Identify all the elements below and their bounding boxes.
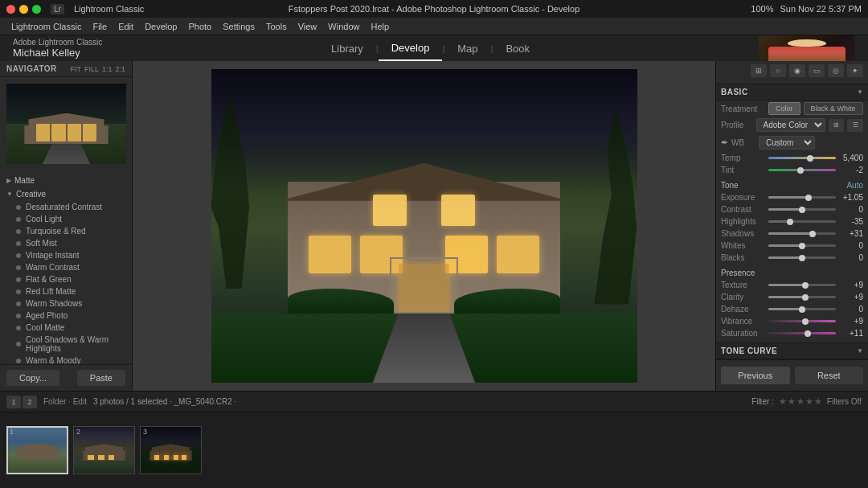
shadows-thumb[interactable] xyxy=(809,231,816,237)
nav-1to1[interactable]: 1:1 xyxy=(102,65,113,73)
saturation-slider[interactable] xyxy=(768,332,836,334)
film-item-2[interactable]: 2 xyxy=(73,426,135,474)
heal-icon[interactable]: ○ xyxy=(770,64,786,77)
preset-aged-photo[interactable]: Aged Photo xyxy=(0,310,132,322)
close-button[interactable] xyxy=(6,5,15,14)
menu-file[interactable]: File xyxy=(88,20,112,33)
nav-book[interactable]: Book xyxy=(493,35,542,61)
preset-warm-moody[interactable]: Warm & Moody xyxy=(0,355,132,364)
star-1[interactable]: ★ xyxy=(779,396,787,407)
filmstrip-nav-2[interactable]: 2 xyxy=(23,396,37,408)
preset-cool-shadows-warm-highlights[interactable]: Cool Shadows & Warm Highlights xyxy=(0,334,132,355)
menu-window[interactable]: Window xyxy=(323,20,364,33)
star-4[interactable]: ★ xyxy=(805,396,813,407)
preset-cool-light[interactable]: Cool Light xyxy=(0,213,132,225)
highlights-thumb[interactable] xyxy=(787,219,793,225)
contrast-slider[interactable] xyxy=(768,208,836,211)
temp-slider[interactable] xyxy=(768,157,836,159)
basic-section-toggle[interactable]: ▼ xyxy=(857,88,863,96)
copy-button[interactable]: Copy... xyxy=(6,370,59,386)
contrast-thumb[interactable] xyxy=(799,207,805,213)
crop-icon[interactable]: ⊞ xyxy=(751,64,767,77)
texture-label: Texture xyxy=(721,281,765,289)
highlights-slider[interactable] xyxy=(768,220,836,223)
clarity-thumb[interactable] xyxy=(802,294,809,301)
filter-area: Filter : ★ ★ ★ ★ ★ Filters Off xyxy=(751,396,862,407)
brush-icon[interactable]: ✦ xyxy=(847,64,863,77)
tint-thumb[interactable] xyxy=(797,167,804,174)
tone-auto-button[interactable]: Auto xyxy=(846,181,863,190)
treatment-color-button[interactable]: Color xyxy=(768,102,800,115)
tone-curve-toggle[interactable]: ▼ xyxy=(857,347,863,355)
dehaze-slider[interactable] xyxy=(768,308,836,310)
preset-warm-shadows[interactable]: Warm Shadows xyxy=(0,297,132,310)
navigator-controls: FIT FILL 1:1 2:1 xyxy=(70,65,125,73)
menu-develop[interactable]: Develop xyxy=(140,20,182,33)
nav-fill[interactable]: FILL xyxy=(84,65,99,73)
group-matte-label: Matte xyxy=(14,176,35,185)
nav-fit[interactable]: FIT xyxy=(70,65,81,73)
preset-flat-green[interactable]: Flat & Green xyxy=(0,273,132,285)
preset-warm-contrast[interactable]: Warm Contrast xyxy=(0,261,132,273)
preset-group-creative[interactable]: ▼ Creative Desaturated Contrast Cool Lig… xyxy=(0,187,132,364)
film-item-1[interactable]: 1 xyxy=(6,426,68,474)
star-3[interactable]: ★ xyxy=(796,396,805,407)
preset-turquoise-red[interactable]: Turquoise & Red xyxy=(0,225,132,237)
preset-desaturated-contrast[interactable]: Desaturated Contrast xyxy=(0,201,132,213)
highlights-value: -35 xyxy=(839,217,863,226)
nav-2to1[interactable]: 2:1 xyxy=(115,65,125,73)
menu-tools[interactable]: Tools xyxy=(261,20,292,33)
eyedropper-icon[interactable]: ✒ xyxy=(721,137,728,148)
film-item-3[interactable]: 3 xyxy=(140,426,202,474)
vibrance-thumb[interactable] xyxy=(802,318,809,325)
saturation-thumb[interactable] xyxy=(805,330,811,337)
minimize-button[interactable] xyxy=(19,5,28,14)
temp-thumb[interactable] xyxy=(807,155,813,162)
preset-soft-mist[interactable]: Soft Mist xyxy=(0,237,132,249)
profile-select[interactable]: Adobe Color xyxy=(756,118,825,132)
treatment-bw-button[interactable]: Black & White xyxy=(804,102,863,115)
fullscreen-button[interactable] xyxy=(32,5,41,14)
blacks-slider[interactable] xyxy=(768,256,836,259)
vibrance-slider[interactable] xyxy=(768,320,836,322)
menu-settings[interactable]: Settings xyxy=(218,20,260,33)
profile-grid-icon[interactable]: ⊞ xyxy=(829,119,845,132)
tint-slider[interactable] xyxy=(768,169,836,171)
preset-vintage-instant[interactable]: Vintage Instant xyxy=(0,249,132,261)
grad-icon[interactable]: ▭ xyxy=(809,64,825,77)
wb-select[interactable]: Custom xyxy=(759,136,815,150)
red-eye-icon[interactable]: ◉ xyxy=(789,64,805,77)
clarity-slider[interactable] xyxy=(768,296,836,298)
paste-button[interactable]: Paste xyxy=(77,370,125,386)
star-5[interactable]: ★ xyxy=(814,396,822,407)
profile-list-icon[interactable]: ☰ xyxy=(847,119,863,132)
nav-library[interactable]: Library xyxy=(318,35,376,61)
traffic-lights[interactable] xyxy=(6,5,41,14)
shadows-slider[interactable] xyxy=(768,232,836,235)
menu-lightroom[interactable]: Lightroom Classic xyxy=(6,20,86,33)
texture-slider[interactable] xyxy=(768,284,836,286)
whites-thumb[interactable] xyxy=(799,243,805,249)
filmstrip-nav-1[interactable]: 1 xyxy=(6,396,21,408)
menu-view[interactable]: View xyxy=(293,20,322,33)
whites-slider[interactable] xyxy=(768,244,836,247)
texture-thumb[interactable] xyxy=(802,282,809,289)
dehaze-thumb[interactable] xyxy=(799,306,805,313)
radial-icon[interactable]: ◎ xyxy=(828,64,844,77)
film-thumb-3 xyxy=(140,426,202,474)
preset-group-matte[interactable]: ▶ Matte xyxy=(0,174,132,187)
menu-photo[interactable]: Photo xyxy=(183,20,216,33)
star-2[interactable]: ★ xyxy=(788,396,796,407)
exposure-thumb[interactable] xyxy=(805,195,812,201)
blacks-thumb[interactable] xyxy=(799,255,805,261)
nav-develop[interactable]: Develop xyxy=(379,35,443,61)
preset-cool-matte[interactable]: Cool Matte xyxy=(0,322,132,334)
reset-button[interactable]: Reset xyxy=(795,367,864,384)
menu-edit[interactable]: Edit xyxy=(113,20,138,33)
menu-help[interactable]: Help xyxy=(366,20,394,33)
preset-red-lift-matte[interactable]: Red Lift Matte xyxy=(0,285,132,297)
nav-map[interactable]: Map xyxy=(444,35,490,61)
exposure-slider[interactable] xyxy=(768,196,836,199)
vibrance-label: Vibrance xyxy=(721,317,765,326)
previous-button[interactable]: Previous xyxy=(721,367,790,384)
